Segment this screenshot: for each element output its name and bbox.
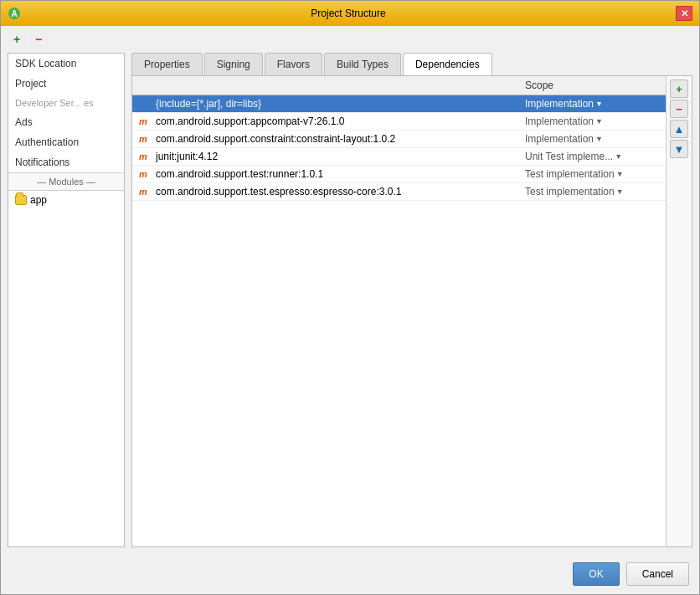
remove-module-button[interactable]: − [29, 30, 48, 49]
title-bar: A Project Structure ✕ [1, 1, 699, 26]
dropdown-arrow-icon: ▼ [595, 135, 603, 143]
dep-scope[interactable]: Implementation ▼ [525, 133, 659, 145]
maven-icon: m [139, 134, 151, 144]
maven-icon: m [139, 151, 151, 162]
dep-scope[interactable]: Implementation ▼ [525, 115, 659, 127]
add-dependency-button[interactable]: + [670, 80, 688, 98]
dep-name: com.android.support:appcompat-v7:26.1.0 [156, 115, 525, 127]
dep-name: com.android.support.test:runner:1.0.1 [156, 168, 525, 180]
dep-name: {include=[*.jar], dir=libs} [156, 98, 525, 110]
sidebar-item-app[interactable]: app [8, 191, 124, 209]
dropdown-arrow-icon: ▼ [615, 152, 622, 161]
main-toolbar: + − [1, 26, 699, 53]
tab-signing[interactable]: Signing [204, 53, 263, 75]
sidebar-item-developer-services[interactable]: Developer Ser... es [8, 94, 124, 112]
dep-name: com.android.support.test.espresso:espres… [156, 186, 525, 197]
dep-scope[interactable]: Unit Test impleme... ▼ [525, 151, 659, 162]
folder-icon [15, 195, 27, 205]
sidebar-item-authentication[interactable]: Authentication [8, 132, 124, 152]
app-module-label: app [30, 194, 47, 206]
sidebar-item-sdk-location[interactable]: SDK Location [8, 54, 124, 74]
svg-text:A: A [11, 9, 17, 18]
dep-name: com.android.support.constraint:constrain… [156, 133, 525, 145]
dependency-row[interactable]: {include=[*.jar], dir=libs} Implementati… [132, 95, 666, 113]
tab-content-dependencies: Scope {include=[*.jar], dir=libs} Implem… [131, 75, 692, 547]
dependency-side-buttons: + − ▲ ▼ [666, 76, 692, 546]
dropdown-arrow-icon: ▼ [595, 117, 603, 126]
sidebar-item-ads[interactable]: Ads [8, 112, 124, 132]
dep-scope[interactable]: Test implementation ▼ [525, 186, 659, 197]
sidebar-item-notifications[interactable]: Notifications [8, 152, 124, 172]
maven-icon: m [139, 187, 151, 197]
tab-dependencies[interactable]: Dependencies [403, 53, 492, 75]
dropdown-arrow-icon: ▼ [616, 170, 624, 178]
sidebar-item-project[interactable]: Project [8, 74, 124, 94]
dep-name: junit:junit:4.12 [156, 151, 525, 162]
dependency-table: Scope {include=[*.jar], dir=libs} Implem… [132, 76, 666, 546]
remove-dependency-button[interactable]: − [670, 100, 688, 118]
tab-properties[interactable]: Properties [131, 53, 203, 75]
modules-section-label: — Modules — [8, 172, 124, 191]
cancel-button[interactable]: Cancel [626, 562, 689, 586]
tabs-bar: Properties Signing Flavors Build Types D… [131, 53, 692, 75]
dependency-row[interactable]: m com.android.support.test.espresso:espr… [132, 183, 666, 201]
dep-scope[interactable]: Implementation ▼ [525, 98, 659, 110]
ok-button[interactable]: OK [573, 562, 619, 586]
close-button[interactable]: ✕ [676, 6, 692, 21]
dependency-table-header: Scope [132, 76, 666, 95]
dropdown-arrow-icon: ▼ [595, 100, 603, 108]
tab-build-types[interactable]: Build Types [324, 53, 401, 75]
app-icon: A [8, 7, 21, 20]
dialog-title: Project Structure [21, 8, 676, 19]
dialog-footer: OK Cancel [1, 554, 699, 594]
dependency-row[interactable]: m junit:junit:4.12 Unit Test impleme... … [132, 148, 666, 166]
project-structure-dialog: A Project Structure ✕ + − SDK Location P… [0, 0, 700, 595]
tab-flavors[interactable]: Flavors [265, 53, 322, 75]
move-up-button[interactable]: ▲ [670, 120, 688, 138]
maven-icon: m [139, 116, 151, 126]
sidebar: SDK Location Project Developer Ser... es… [8, 53, 125, 547]
scope-column-header: Scope [525, 80, 659, 91]
add-module-button[interactable]: + [8, 30, 26, 49]
dep-scope[interactable]: Test implementation ▼ [525, 168, 659, 180]
main-content: SDK Location Project Developer Ser... es… [1, 53, 699, 554]
maven-icon: m [139, 169, 151, 179]
dependencies-panel: Scope {include=[*.jar], dir=libs} Implem… [132, 76, 692, 546]
dropdown-arrow-icon: ▼ [616, 187, 624, 196]
dependency-row[interactable]: m com.android.support.constraint:constra… [132, 131, 666, 148]
move-down-button[interactable]: ▼ [670, 140, 688, 158]
dependency-row[interactable]: m com.android.support:appcompat-v7:26.1.… [132, 113, 666, 131]
dependency-row[interactable]: m com.android.support.test:runner:1.0.1 … [132, 166, 666, 183]
right-panel: Properties Signing Flavors Build Types D… [131, 53, 692, 547]
